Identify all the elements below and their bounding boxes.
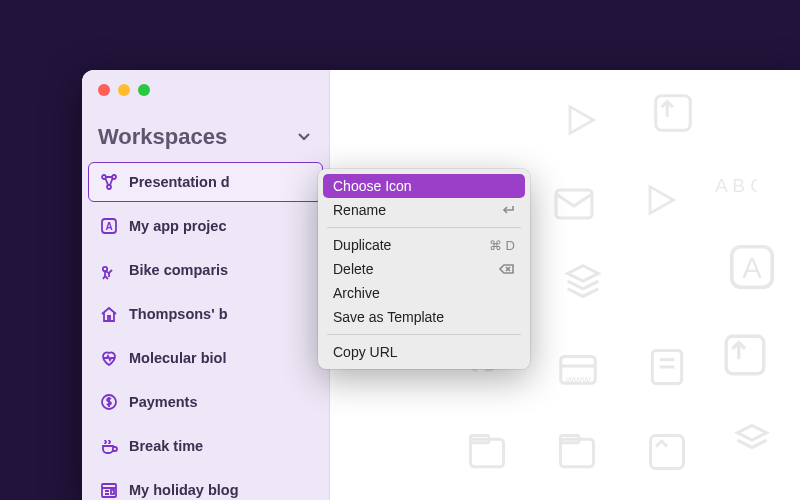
menu-label: Delete <box>333 261 373 277</box>
context-menu: Choose Icon Rename Duplicate ⌘ D Delete … <box>318 169 530 369</box>
workspace-label: Bike comparis <box>129 262 228 278</box>
menu-label: Archive <box>333 285 380 301</box>
menu-label: Save as Template <box>333 309 444 325</box>
menu-item-duplicate[interactable]: Duplicate ⌘ D <box>323 233 525 257</box>
menu-separator <box>327 227 521 228</box>
menu-label: Duplicate <box>333 237 391 253</box>
menu-item-copy-url[interactable]: Copy URL <box>323 340 525 364</box>
menu-item-delete[interactable]: Delete <box>323 257 525 281</box>
window-controls <box>82 70 329 106</box>
svg-text:www: www <box>565 373 592 385</box>
newspaper-icon <box>99 480 119 500</box>
sidebar: Workspaces Presentation d A My app proje… <box>82 70 330 500</box>
svg-line-4 <box>110 179 113 186</box>
svg-rect-15 <box>111 490 114 494</box>
menu-shortcut: ⌘ D <box>489 238 515 253</box>
svg-rect-20 <box>556 190 592 218</box>
menu-label: Rename <box>333 202 386 218</box>
svg-marker-16 <box>570 107 593 134</box>
svg-point-8 <box>103 267 107 271</box>
workspace-item[interactable]: Break time <box>88 426 323 466</box>
menu-item-archive[interactable]: Archive <box>323 281 525 305</box>
workspace-label: My app projec <box>129 218 227 234</box>
svg-rect-40 <box>651 436 684 469</box>
workspace-item[interactable]: A My app projec <box>88 206 323 246</box>
svg-rect-17 <box>656 96 691 131</box>
menu-separator <box>327 334 521 335</box>
menu-label: Copy URL <box>333 344 398 360</box>
money-icon <box>99 392 119 412</box>
return-key-icon <box>501 204 515 216</box>
svg-marker-21 <box>650 187 673 214</box>
sidebar-title: Workspaces <box>98 124 227 150</box>
workspace-item[interactable]: Molecular biol <box>88 338 323 378</box>
workspace-item[interactable]: Presentation d <box>88 162 323 202</box>
svg-rect-31 <box>726 336 764 374</box>
coffee-icon <box>99 436 119 456</box>
close-window-button[interactable] <box>98 84 110 96</box>
svg-line-3 <box>106 179 109 186</box>
svg-point-1 <box>112 175 116 179</box>
app-icon: A <box>99 216 119 236</box>
workspace-label: Break time <box>129 438 203 454</box>
menu-item-save-template[interactable]: Save as Template <box>323 305 525 329</box>
svg-text:A: A <box>105 221 112 232</box>
menu-label: Choose Icon <box>333 178 412 194</box>
workspace-item[interactable]: Payments <box>88 382 323 422</box>
chevron-down-icon[interactable] <box>297 130 311 144</box>
svg-point-0 <box>102 175 106 179</box>
svg-text:A B C: A B C <box>715 175 757 196</box>
zoom-window-button[interactable] <box>138 84 150 96</box>
bike-icon <box>99 260 119 280</box>
workspace-list: Presentation d A My app projec Bike comp… <box>82 162 329 500</box>
workspace-label: Thompsons' b <box>129 306 228 322</box>
workspace-item[interactable]: My holiday blog <box>88 470 323 500</box>
heart-pulse-icon <box>99 348 119 368</box>
workspace-label: Molecular biol <box>129 350 227 366</box>
workspace-label: My holiday blog <box>129 482 239 498</box>
minimize-window-button[interactable] <box>118 84 130 96</box>
sidebar-header: Workspaces <box>82 106 329 162</box>
delete-key-icon <box>499 263 515 275</box>
menu-item-rename[interactable]: Rename <box>323 198 525 222</box>
workspace-label: Payments <box>129 394 198 410</box>
workspace-item[interactable]: Bike comparis <box>88 250 323 290</box>
workspace-label: Presentation d <box>129 174 230 190</box>
workspace-item[interactable]: Thompsons' b <box>88 294 323 334</box>
home-icon <box>99 304 119 324</box>
menu-item-choose-icon[interactable]: Choose Icon <box>323 174 525 198</box>
svg-point-2 <box>107 185 111 189</box>
graph-icon <box>99 172 119 192</box>
svg-text:A: A <box>742 252 762 284</box>
